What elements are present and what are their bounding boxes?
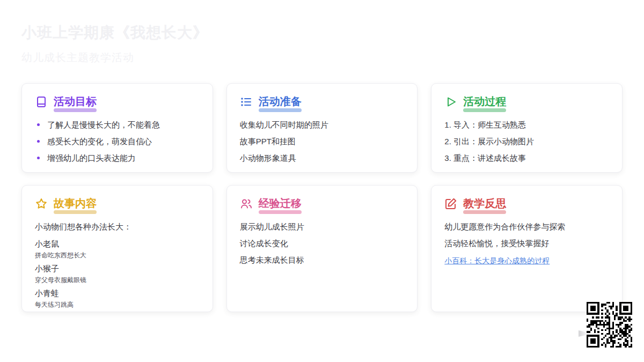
star-icon [35, 197, 48, 210]
list-icon [240, 95, 253, 108]
card-teaching-reflection: 教学反思 幼儿更愿意作为合作伙伴参与探索活动轻松愉悦，接受快掌握好小百科：长大是… [431, 185, 623, 312]
page-curl-artifact [579, 330, 587, 337]
list-item: 讨论成长变化 [240, 238, 406, 249]
list-item: 1. 导入：师生互动熟悉 [444, 119, 610, 130]
card-grid: 活动目标 了解人是慢慢长大的，不能着急感受长大的变化，萌发自信心增强幼儿的口头表… [21, 83, 623, 312]
bullet-dot [37, 140, 40, 143]
card-title: 教学反思 [463, 197, 506, 210]
bullet-dot [37, 157, 40, 159]
list-item: 幼儿更愿意作为合作伙伴参与探索 [444, 221, 610, 232]
list-item: 2. 引出：展示小动物图片 [444, 136, 610, 147]
story-role: 小老鼠拼命吃东西想长大 [35, 239, 201, 260]
play-icon [444, 95, 457, 108]
card-body: 了解人是慢慢长大的，不能着急感受长大的变化，萌发自信心增强幼儿的口头表达能力 [35, 119, 201, 164]
list-item: 小动物形象道具 [240, 152, 406, 164]
card-experience-transfer: 经验迁移 展示幼儿成长照片讨论成长变化思考未来成长目标 [226, 185, 418, 312]
title-underline [463, 108, 506, 112]
book-icon [35, 95, 48, 108]
list-item: 思考未来成长目标 [240, 254, 406, 265]
story-role-desc: 穿父母衣服戴眼镜 [35, 276, 201, 284]
card-body: 幼儿更愿意作为合作伙伴参与探索活动轻松愉悦，接受快掌握好小百科：长大是身心成熟的… [444, 221, 610, 266]
card-header: 活动过程 [444, 95, 610, 112]
title-underline [54, 108, 97, 112]
card-header: 故事内容 [35, 197, 201, 214]
intro-line: 小动物们想各种办法长大： [35, 221, 201, 232]
edit-icon [444, 197, 457, 210]
card-title: 经验迁移 [259, 197, 302, 210]
users-icon [240, 197, 253, 210]
list-item: 感受长大的变化，萌发自信心 [35, 136, 201, 147]
story-role: 小猴子穿父母衣服戴眼镜 [35, 263, 201, 284]
story-role-desc: 每天练习跳高 [35, 300, 201, 309]
title-underline [259, 108, 302, 112]
baike-link[interactable]: 小百科：长大是身心成熟的过程 [444, 255, 550, 266]
list-item: 收集幼儿不同时期的照片 [240, 119, 406, 130]
card-header: 教学反思 [444, 197, 610, 214]
card-header: 活动准备 [240, 95, 406, 112]
list-item: 展示幼儿成长照片 [240, 221, 406, 232]
story-role-name: 小青蛙 [35, 288, 201, 299]
card-header: 经验迁移 [240, 197, 406, 214]
card-story-content: 故事内容 小动物们想各种办法长大：小老鼠拼命吃东西想长大小猴子穿父母衣服戴眼镜小… [21, 185, 213, 312]
card-body: 展示幼儿成长照片讨论成长变化思考未来成长目标 [240, 221, 406, 265]
card-body: 小动物们想各种办法长大：小老鼠拼命吃东西想长大小猴子穿父母衣服戴眼镜小青蛙每天练… [35, 221, 201, 309]
title-underline [259, 210, 302, 214]
list-item: 故事PPT和挂图 [240, 136, 406, 147]
page-header: 小班上学期康《我想长大》 幼儿成长主题教学活动 [21, 24, 208, 65]
story-role-desc: 拼命吃东西想长大 [35, 251, 201, 260]
story-role-name: 小老鼠 [35, 239, 201, 249]
card-body: 1. 导入：师生互动熟悉2. 引出：展示小动物图片3. 重点：讲述成长故事 [444, 119, 610, 164]
card-body: 收集幼儿不同时期的照片故事PPT和挂图小动物形象道具 [240, 119, 406, 164]
card-title: 活动准备 [259, 95, 302, 108]
card-activity-process: 活动过程 1. 导入：师生互动熟悉2. 引出：展示小动物图片3. 重点：讲述成长… [431, 83, 623, 173]
story-role: 小青蛙每天练习跳高 [35, 288, 201, 309]
list-item: 增强幼儿的口头表达能力 [35, 152, 201, 164]
card-header: 活动目标 [35, 95, 201, 112]
story-role-name: 小猴子 [35, 263, 201, 274]
title-underline [54, 210, 97, 214]
card-title: 活动目标 [54, 95, 97, 108]
title-underline [463, 210, 506, 214]
list-item: 活动轻松愉悦，接受快掌握好 [444, 238, 610, 249]
card-activity-goals: 活动目标 了解人是慢慢长大的，不能着急感受长大的变化，萌发自信心增强幼儿的口头表… [21, 83, 213, 173]
bullet-dot [37, 123, 40, 126]
page-title: 小班上学期康《我想长大》 [21, 24, 208, 42]
card-activity-preparation: 活动准备 收集幼儿不同时期的照片故事PPT和挂图小动物形象道具 [226, 83, 418, 173]
qr-code [587, 302, 632, 348]
card-title: 活动过程 [463, 95, 506, 108]
list-item: 3. 重点：讲述成长故事 [444, 152, 610, 164]
page-subtitle: 幼儿成长主题教学活动 [21, 50, 208, 65]
card-title: 故事内容 [54, 197, 97, 210]
list-item: 了解人是慢慢长大的，不能着急 [35, 119, 201, 130]
